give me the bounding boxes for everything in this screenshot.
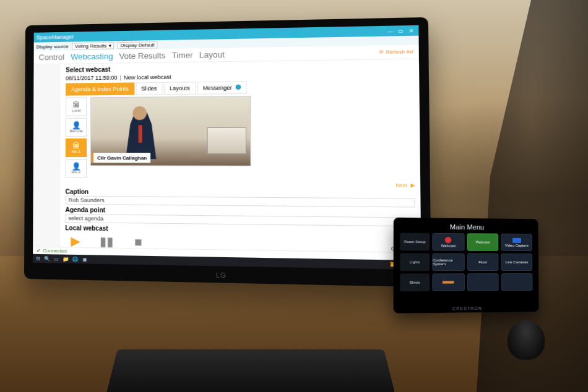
browser-icon[interactable]: 🌐 <box>72 256 78 262</box>
panel-empty-3[interactable] <box>501 273 533 291</box>
window-close-button[interactable]: ✕ <box>406 27 416 35</box>
app-window: SpaceManager — ▭ ✕ Display source Voting… <box>33 25 422 270</box>
source-local[interactable]: 🏛 Local <box>66 97 87 116</box>
connected-status: Connected <box>43 248 67 254</box>
pause-icon: ▮▮ <box>100 235 113 248</box>
nav-vote-results[interactable]: Vote Results <box>119 51 166 61</box>
panel-side-lights[interactable]: Lights <box>400 253 430 271</box>
webcast-timestamp: 08/11/2017 11:59:00 <box>66 75 117 82</box>
control-panel: Main Menu Room Setup Webcast Webcast Vid… <box>394 218 539 313</box>
panel-conference-system[interactable]: Conference System <box>432 254 464 271</box>
monitor-brand: LG <box>216 272 226 279</box>
arrow-right-icon: ▶ <box>410 182 415 189</box>
source-mix2[interactable]: 👤 Mix 2 <box>66 159 87 177</box>
speaker-head <box>132 106 147 120</box>
building-icon: 🏛 <box>72 101 80 108</box>
panel-brand: CRESTRON <box>452 306 482 311</box>
speaker-tie <box>139 125 142 142</box>
tab-messenger[interactable]: Messenger <box>197 81 246 94</box>
window-minimize-button[interactable]: — <box>386 27 396 35</box>
nav-layout[interactable]: Layout <box>199 50 225 60</box>
start-menu-button[interactable]: ⊞ <box>35 255 41 262</box>
video-preview: Cllr Gavin Callaghan <box>90 96 251 166</box>
panel-video-capture[interactable]: Video Capture <box>501 234 532 251</box>
mouse <box>507 320 545 360</box>
screen-icon <box>512 237 521 242</box>
source-remote[interactable]: 👤 Remote <box>66 118 87 137</box>
monitor-frame: SpaceManager — ▭ ✕ Display source Voting… <box>24 17 431 288</box>
display-source-label: Display source <box>37 43 69 49</box>
record-icon <box>445 237 451 243</box>
panel-side-blinds[interactable]: Blinds <box>400 273 430 291</box>
display-source-select[interactable]: Voting Results ▾ <box>72 42 114 49</box>
app-title: SpaceManager <box>37 34 74 41</box>
next-button[interactable]: Next ▶ <box>66 181 415 188</box>
keyboard <box>105 349 396 392</box>
panel-webcast-green[interactable]: Webcast <box>467 233 498 251</box>
search-icon[interactable]: 🔍 <box>44 255 50 262</box>
person-icon: 👤 <box>71 122 80 129</box>
webcast-title: New local webcast <box>124 74 171 81</box>
refresh-button[interactable]: ⟳ Refresh list <box>379 49 413 55</box>
panel-empty-2[interactable] <box>467 273 499 291</box>
nav-webcasting[interactable]: Webcasting <box>71 51 113 61</box>
tab-slides[interactable]: Slides <box>136 82 163 95</box>
lower-third-caption: Cllr Gavin Callaghan <box>91 153 150 163</box>
left-gutter <box>33 64 61 261</box>
source-thumbnails: 🏛 Local 👤 Remote 🏛 Mix 1 👤 <box>66 97 87 177</box>
slider-icon <box>443 281 454 283</box>
tab-agenda-index[interactable]: Agenda & Index Points <box>66 82 134 95</box>
building-icon: 🏛 <box>72 142 80 150</box>
webcast-tabs: Agenda & Index Points Slides Layouts Mes… <box>66 79 414 95</box>
source-mix1[interactable]: 🏛 Mix 1 <box>66 138 87 157</box>
panel-webcast-red[interactable]: Webcast <box>432 233 464 251</box>
refresh-icon: ⟳ <box>379 49 384 56</box>
panel-live-cameras[interactable]: Live Cameras <box>501 254 533 271</box>
display-default-button[interactable]: Display Default <box>118 41 158 49</box>
play-icon: ▶ <box>71 234 80 247</box>
window-maximize-button[interactable]: ▭ <box>396 27 406 35</box>
stop-icon: ■ <box>134 236 142 249</box>
panel-side-room-setup[interactable]: Room Setup <box>400 233 430 251</box>
check-icon: ✔ <box>37 248 41 254</box>
panel-slider-1[interactable] <box>432 273 464 291</box>
messenger-badge-icon <box>235 85 240 90</box>
chevron-down-icon: ▾ <box>108 43 111 48</box>
tab-layouts[interactable]: Layouts <box>164 82 196 95</box>
person-icon: 👤 <box>71 163 80 170</box>
explorer-icon[interactable]: 📁 <box>63 256 69 262</box>
caption-input[interactable]: Rob Saunders <box>66 196 415 208</box>
app-icon[interactable]: ◼ <box>81 256 87 262</box>
task-view-icon[interactable]: ▭ <box>53 255 59 262</box>
panel-title: Main Menu <box>400 223 532 231</box>
panel-floor[interactable]: Floor <box>467 254 498 271</box>
picture-in-picture <box>207 127 246 154</box>
nav-timer[interactable]: Timer <box>172 50 193 60</box>
nav-control[interactable]: Control <box>38 53 64 62</box>
